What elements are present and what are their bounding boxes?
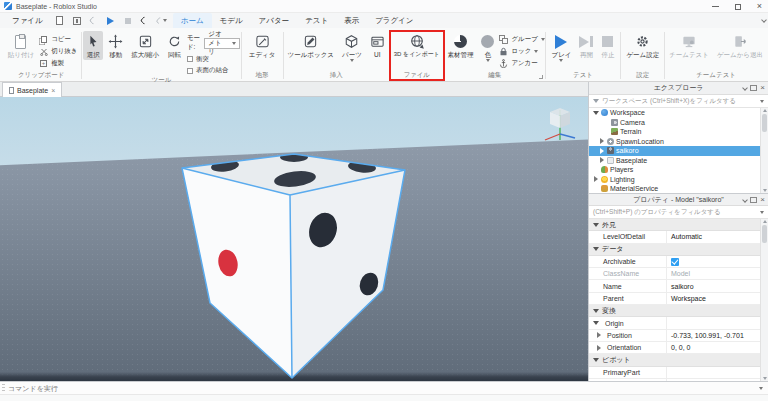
ui-button[interactable]: UI [367, 31, 388, 60]
new-file-icon[interactable] [55, 16, 65, 26]
tab-plugins[interactable]: プラグイン [367, 13, 421, 28]
cut-button[interactable]: 切り抜き [39, 47, 77, 56]
copy-button[interactable]: コピー [39, 35, 77, 44]
tab-home[interactable]: ホーム [173, 13, 212, 28]
expander-right-icon[interactable] [600, 148, 604, 154]
close-button[interactable]: × [757, 0, 762, 13]
move-tool-button[interactable]: 移動 [105, 31, 126, 60]
property-value[interactable]: -0.733, 100.991, -0.701 [667, 330, 768, 341]
tree-item-players[interactable]: Players [589, 165, 768, 175]
property-row-parent[interactable]: Parent Workspace [589, 293, 768, 305]
lock-button[interactable]: ロック [499, 47, 544, 56]
explorer-dock-chevron-icon[interactable] [742, 85, 748, 91]
tab-view[interactable]: 表示 [336, 13, 367, 28]
properties-filter-caret[interactable] [760, 211, 764, 214]
section-data[interactable]: データ [589, 244, 768, 256]
property-value[interactable] [667, 367, 768, 378]
scroll-up-icon[interactable] [763, 220, 767, 223]
property-row-position[interactable]: Position -0.733, 100.991, -0.701 [589, 330, 768, 342]
section-pivot[interactable]: ピボット [589, 354, 768, 366]
command-bar[interactable] [0, 381, 768, 394]
explorer-header[interactable]: エクスプローラ × [589, 82, 768, 95]
dice-face-left[interactable] [182, 168, 292, 378]
scroll-down-icon[interactable] [763, 377, 767, 380]
tree-item-materialservice[interactable]: MaterialService [589, 184, 768, 193]
expander-down-icon[interactable] [593, 111, 599, 115]
view-selector-gizmo[interactable] [537, 100, 583, 146]
play-button[interactable]: プレイ [548, 31, 574, 64]
property-group-origin[interactable]: Origin [589, 317, 768, 329]
scale-tool-button[interactable]: 拡大/縮小 [128, 31, 162, 60]
scroll-thumb[interactable] [762, 225, 767, 243]
expander-right-icon[interactable] [600, 157, 604, 163]
property-value[interactable]: Workspace [667, 293, 768, 304]
rotate-tool-button[interactable]: 回転 [164, 31, 185, 60]
properties-filter-input[interactable]: (Ctrl+Shift+P) のプロパティをフィルタする [589, 206, 768, 219]
property-value[interactable]: Automatic [667, 231, 768, 242]
file-menu[interactable]: ファイル [6, 16, 49, 26]
expander-right-icon[interactable] [594, 176, 598, 182]
join-surfaces-checkbox-row[interactable]: 表面の結合 [187, 66, 240, 75]
toolbox-button[interactable]: ツールボックス [285, 31, 337, 60]
scroll-up-icon[interactable] [763, 109, 767, 112]
tree-item-workspace[interactable]: Workspace [589, 108, 768, 118]
undo-icon[interactable] [140, 16, 150, 26]
command-bar-caret[interactable] [759, 387, 763, 390]
paste-button[interactable]: 貼り付け [5, 31, 37, 60]
properties-float-icon[interactable] [751, 198, 756, 202]
properties-header[interactable]: プロパティ - Model "saikoro" × [589, 193, 768, 206]
tree-item-camera[interactable]: Camera [589, 118, 768, 128]
tree-item-lighting[interactable]: Lighting [589, 175, 768, 185]
maximize-button[interactable] [735, 4, 741, 10]
properties-close-icon[interactable]: × [760, 196, 765, 204]
properties-scrollbar[interactable] [760, 219, 768, 381]
tab-test[interactable]: テスト [297, 13, 336, 28]
explorer-float-icon[interactable] [751, 86, 756, 90]
baseplate-doc-tab[interactable]: Baseplate × [2, 82, 62, 97]
sync-icon[interactable] [89, 16, 99, 26]
duplicate-button[interactable]: +複製 [39, 59, 77, 68]
explorer-filter-input[interactable]: ワークスペース (Ctrl+Shift+X)をフィルタする [589, 95, 768, 108]
property-row-primarypart[interactable]: PrimaryPart [589, 367, 768, 379]
section-appearance[interactable]: 外見 [589, 219, 768, 231]
group-button[interactable]: グループ [499, 35, 544, 44]
property-row-orientation[interactable]: Orientation 0, 0, 0 [589, 342, 768, 354]
command-input[interactable] [8, 385, 408, 392]
command-bar-grip[interactable] [2, 384, 5, 393]
properties-dock-chevron-icon[interactable] [742, 197, 748, 203]
collisions-checkbox-row[interactable]: 衝突 [187, 55, 240, 64]
dice-face-right[interactable] [290, 170, 405, 378]
play-icon[interactable] [106, 16, 116, 26]
part-button[interactable]: パーツ [339, 31, 365, 64]
open-icon[interactable] [72, 16, 82, 26]
tab-model[interactable]: モデル [212, 13, 251, 28]
edit-dialog-launcher-icon[interactable] [539, 75, 543, 79]
explorer-filter-caret[interactable] [760, 100, 764, 103]
tree-item-baseplate[interactable]: Baseplate [589, 156, 768, 166]
viewport-3d[interactable] [0, 97, 588, 381]
tree-item-saikoro[interactable]: saikoro [589, 146, 768, 156]
import-3d-button[interactable]: 3D をインポート [391, 31, 443, 60]
terrain-editor-button[interactable]: エディタ [246, 31, 279, 60]
dice-model[interactable] [0, 97, 588, 381]
explorer-scrollbar[interactable] [760, 108, 768, 193]
property-row-name[interactable]: Name saikoro [589, 280, 768, 292]
play-dropdown-caret[interactable] [559, 59, 563, 62]
game-settings-button[interactable]: ゲーム設定 [623, 31, 662, 60]
color-dropdown-caret[interactable] [486, 59, 490, 62]
property-value[interactable]: saikoro [667, 280, 768, 291]
join-surfaces-checkbox[interactable] [187, 68, 193, 74]
color-button[interactable]: 色 [478, 31, 497, 64]
anchor-button[interactable]: アンカー [499, 59, 544, 68]
material-manager-button[interactable]: 素材管理 [444, 31, 476, 60]
part-dropdown-caret[interactable] [350, 59, 354, 62]
property-row-levelofdetail[interactable]: LevelOfDetail Automatic [589, 231, 768, 243]
tab-close-icon[interactable]: × [51, 87, 55, 94]
expander-right-icon[interactable] [597, 345, 601, 351]
property-row-archivable[interactable]: Archivable [589, 256, 768, 268]
archivable-checkbox[interactable] [671, 258, 679, 266]
scroll-thumb[interactable] [762, 114, 767, 132]
tree-item-spawnlocation[interactable]: SpawnLocation [589, 137, 768, 147]
section-transform[interactable]: 変換 [589, 305, 768, 317]
mode-dropdown[interactable]: ジオメトリ [204, 38, 239, 49]
